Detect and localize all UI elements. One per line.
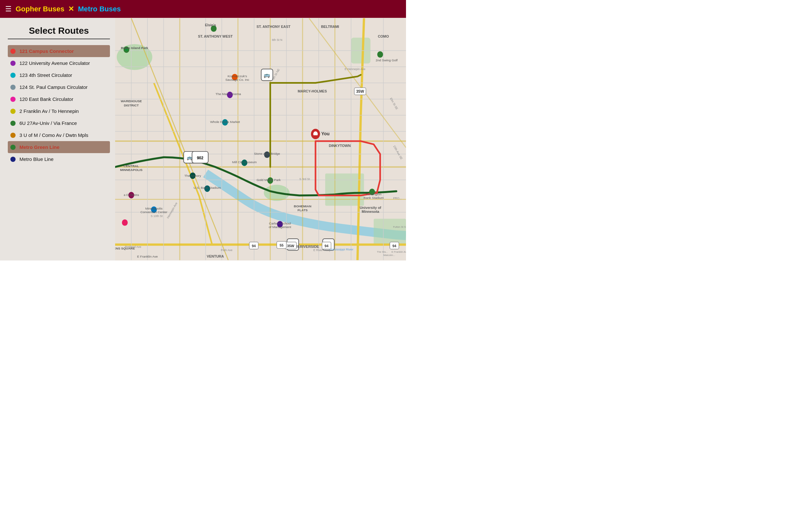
svg-text:The Ma...: The Ma... [377,250,388,253]
map-container[interactable]: 🚌 🚌 902 🚌 🚌 [115,18,406,260]
route-item-2[interactable]: 2 Franklin Av / To Hennepin [8,105,110,117]
svg-text:S 10th St: S 10th St [151,214,163,218]
svg-text:35W: 35W [287,244,295,248]
svg-text:The Main Cinema: The Main Cinema [216,92,241,96]
svg-text:You: You [321,131,329,136]
svg-text:Convention Center: Convention Center [140,210,168,214]
svg-text:🚌: 🚌 [187,155,193,161]
app-title-gopher: Gopher Buses [16,5,64,13]
svg-text:E Franklin Ave: E Franklin Ave [137,255,158,258]
route-label-121: 121 Campus Connector [20,48,107,54]
route-label-3: 3 U of M / Como Av / Dwtn Mpls [20,132,107,138]
svg-text:of Management: of Management [269,225,291,229]
svg-text:PRO...: PRO... [393,197,402,200]
svg-text:ST. ANTHONY WEST: ST. ANTHONY WEST [198,35,233,38]
svg-text:E Franklin Ave: E Franklin Ave [391,250,406,253]
svg-text:U.S. Bank Stadium: U.S. Bank Stadium [193,186,221,189]
svg-text:ST. ANTHONY EAST: ST. ANTHONY EAST [256,25,291,28]
route-label-123: 123 4th Street Circulator [20,72,107,78]
svg-text:The Armory: The Armory [184,174,201,178]
sidebar-title: Select Routes [8,26,110,36]
svg-text:Elsie's: Elsie's [205,23,216,27]
svg-text:55: 55 [280,243,283,247]
route-item-121[interactable]: 121 Campus Connector [8,45,110,57]
svg-text:Sausage Co. Inc: Sausage Co. Inc [225,78,249,82]
svg-text:🚌: 🚌 [264,72,270,78]
menu-icon[interactable]: ☰ [5,5,12,13]
svg-text:Whole Foods Market: Whole Foods Market [210,120,240,123]
svg-text:15th Ave SE: 15th Ave SE [392,145,403,160]
svg-text:BELTRAMI: BELTRAMI [321,25,339,28]
route-item-120[interactable]: 120 East Bank Circulator [8,93,110,105]
route-label-122: 122 University Avenue Circulator [20,60,107,66]
route-item-124[interactable]: 124 St. Paul Campus Circulator [8,81,110,93]
route-dot-124 [10,85,16,90]
sidebar-divider [8,39,110,39]
svg-text:VENTURA: VENTURA [207,254,224,258]
svg-text:WAREHOUSE: WAREHOUSE [121,99,142,103]
app-title-metro: Metro Buses [78,5,121,13]
route-dot-metro-blue [10,157,16,162]
route-item-6U[interactable]: 6U 27Av-Univ / Via France [8,117,110,129]
svg-text:DISTRICT: DISTRICT [124,104,139,107]
route-dot-122 [10,61,16,66]
route-list: 121 Campus Connector122 University Avenu… [8,45,110,165]
svg-text:Malcolm...: Malcolm... [383,254,395,256]
svg-text:a Orchestra: a Orchestra [123,194,139,197]
svg-text:Fulton St SE: Fulton St SE [393,225,406,228]
svg-text:Stone Arch Bridge: Stone Arch Bridge [254,152,280,155]
svg-text:Park Ave: Park Ave [221,249,233,252]
route-item-metro-blue[interactable]: Metro Blue Line [8,153,110,165]
svg-text:MINNEAPOLIS: MINNEAPOLIS [120,168,142,172]
route-label-2: 2 Franklin Av / To Hennepin [20,108,107,114]
route-item-metro-green[interactable]: Metro Green Line [8,141,110,153]
svg-text:Minneapolis: Minneapolis [145,207,162,210]
svg-text:MARCY-HOLMES: MARCY-HOLMES [298,89,327,93]
svg-text:2nd Swing Golf: 2nd Swing Golf [375,59,398,62]
route-dot-120 [10,97,16,102]
svg-text:Portland Ave: Portland Ave [125,245,141,249]
svg-text:E River Pkwy: E River Pkwy [313,249,331,252]
svg-text:Boom Island Park: Boom Island Park [121,46,148,50]
sidebar: Select Routes 121 Campus Connector122 Un… [0,18,115,260]
route-dot-3 [10,133,16,138]
route-item-3[interactable]: 3 U of M / Como Av / Dwtn Mpls [8,129,110,141]
svg-text:CENTRAL: CENTRAL [123,164,139,168]
svg-text:E Hennepin Ave: E Hennepin Ave [345,67,366,71]
app-title-x: ✕ [68,5,74,13]
route-label-6U: 6U 27Av-Univ / Via France [20,120,107,126]
map-svg: 🚌 🚌 902 🚌 🚌 [115,18,406,260]
route-dot-6U [10,121,16,126]
app-header: ☰ Gopher Buses ✕ Metro Buses [0,0,406,18]
route-item-122[interactable]: 122 University Avenue Circulator [8,57,110,69]
svg-text:6th St N: 6th St N [272,38,282,42]
svg-text:Gold Medal Park: Gold Medal Park [256,178,280,182]
svg-text:COMO: COMO [378,35,389,38]
svg-text:S 3rd St: S 3rd St [299,178,310,181]
route-dot-121 [10,49,16,54]
svg-text:University of: University of [359,206,381,209]
svg-text:94: 94 [392,244,397,248]
route-label-metro-blue: Metro Blue Line [20,156,107,162]
svg-text:Huntington: Huntington [366,192,381,196]
route-label-124: 124 St. Paul Campus Circulator [20,84,107,90]
route-dot-2 [10,109,16,114]
svg-text:DINKYTOWN: DINKYTOWN [329,144,351,148]
main-content: Select Routes 121 Campus Connector122 Un… [0,18,406,260]
svg-text:FLATS: FLATS [297,208,308,212]
svg-text:94: 94 [325,244,329,248]
svg-text:Carlson School: Carlson School [269,222,291,225]
route-dot-123 [10,73,16,78]
svg-text:Mississippi River: Mississippi River [329,248,354,251]
svg-text:BOHEMIAN: BOHEMIAN [294,204,311,208]
svg-rect-4 [374,219,406,245]
svg-text:Minnesota: Minnesota [362,209,379,213]
svg-text:Kramarczuk's: Kramarczuk's [228,74,247,78]
svg-text:35W: 35W [356,89,364,94]
svg-text:Hennepin Ave: Hennepin Ave [166,202,178,219]
route-item-123[interactable]: 123 4th Street Circulator [8,69,110,81]
svg-text:Mill City Museum: Mill City Museum [232,160,257,164]
svg-text:902: 902 [197,156,203,160]
svg-text:94: 94 [252,244,256,248]
route-label-metro-green: Metro Green Line [20,144,107,150]
